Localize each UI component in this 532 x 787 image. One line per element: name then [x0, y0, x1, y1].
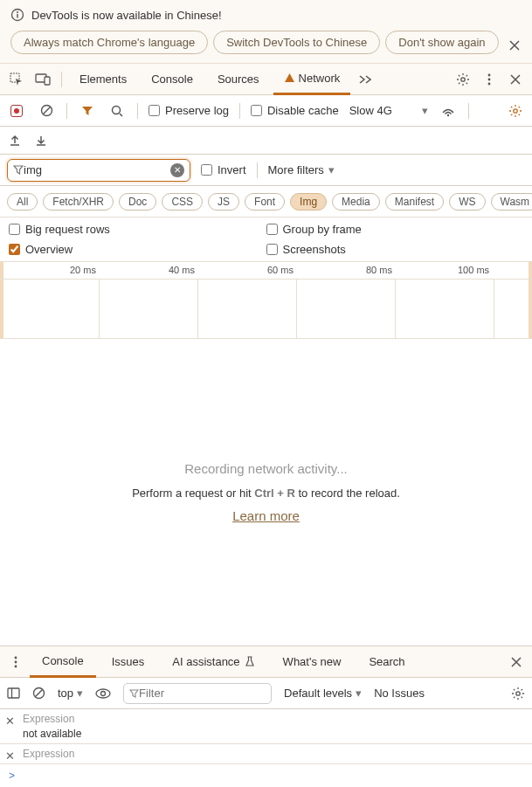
svg-point-21 — [101, 691, 106, 695]
svg-rect-17 — [8, 688, 19, 698]
export-har-icon[interactable] — [9, 135, 21, 147]
dont-show-button[interactable]: Don't show again — [385, 31, 498, 54]
timeline-overview[interactable]: 20 ms 40 ms 60 ms 80 ms 100 ms — [0, 262, 532, 339]
more-tabs-icon[interactable] — [354, 68, 377, 91]
svg-point-16 — [15, 665, 17, 667]
console-filter-container — [123, 683, 272, 704]
tab-sources[interactable]: Sources — [207, 64, 270, 95]
remove-expression-icon[interactable]: ✕ — [5, 715, 15, 728]
chevron-down-icon: ▾ — [328, 163, 335, 176]
inspect-icon[interactable] — [5, 68, 28, 91]
separator — [61, 72, 62, 87]
filter-input-container: ✕ — [7, 159, 190, 182]
kebab-menu-icon[interactable] — [478, 68, 501, 91]
screenshots-checkbox[interactable]: Screenshots — [266, 243, 524, 256]
clear-filter-icon[interactable]: ✕ — [170, 163, 184, 177]
type-filter-img[interactable]: Img — [290, 193, 327, 211]
preserve-log-checkbox[interactable]: Preserve log — [149, 104, 229, 117]
remove-expression-icon[interactable]: ✕ — [5, 749, 15, 763]
tab-network[interactable]: Network — [273, 64, 351, 95]
timeline-tick: 100 ms — [458, 265, 489, 275]
console-settings-icon[interactable] — [511, 687, 525, 701]
type-filter-fetch-xhr[interactable]: Fetch/XHR — [43, 193, 114, 211]
type-filter-wasm[interactable]: Wasm — [491, 193, 533, 211]
throttling-select[interactable]: Slow 4G▾ — [349, 104, 428, 117]
drawer-tab-ai[interactable]: AI assistance — [160, 646, 266, 678]
clear-console-icon[interactable] — [32, 687, 45, 700]
network-settings-icon[interactable] — [506, 101, 525, 121]
empty-network-message: Recording network activity... Perform a … — [0, 339, 532, 645]
separator — [66, 103, 67, 119]
type-filter-all[interactable]: All — [7, 193, 38, 211]
learn-more-link[interactable]: Learn more — [232, 508, 300, 523]
console-filter-input[interactable] — [139, 687, 286, 700]
timeline-tick: 80 ms — [366, 265, 392, 275]
tab-elements[interactable]: Elements — [69, 64, 137, 95]
svg-point-11 — [113, 106, 121, 114]
drawer-tab-console[interactable]: Console — [30, 646, 96, 678]
warning-icon — [284, 72, 295, 84]
tab-console[interactable]: Console — [141, 64, 204, 95]
expression-placeholder[interactable]: Expression — [23, 713, 525, 725]
type-filter-css[interactable]: CSS — [162, 193, 203, 211]
more-filters-dropdown[interactable]: More filters▾ — [268, 163, 335, 176]
expression-value: not available — [23, 728, 525, 740]
device-toggle-icon[interactable] — [31, 68, 54, 91]
disable-cache-checkbox[interactable]: Disable cache — [251, 104, 339, 117]
svg-rect-5 — [45, 77, 50, 85]
type-filter-manifest[interactable]: Manifest — [385, 193, 444, 211]
live-expression-row: ✕ Expression not available — [0, 709, 532, 744]
close-drawer-icon[interactable] — [506, 652, 527, 673]
info-icon — [10, 8, 24, 22]
console-sidebar-toggle-icon[interactable] — [7, 687, 20, 699]
clear-icon[interactable] — [37, 101, 56, 121]
type-filter-js[interactable]: JS — [208, 193, 239, 211]
timeline-tick: 40 ms — [169, 265, 195, 275]
separator — [468, 103, 469, 119]
info-title: DevTools is now available in Chinese! — [31, 9, 222, 22]
type-filter-doc[interactable]: Doc — [119, 193, 156, 211]
svg-point-15 — [15, 660, 17, 663]
network-conditions-icon[interactable] — [439, 101, 458, 121]
invert-checkbox[interactable]: Invert — [201, 163, 246, 176]
drawer-tab-issues[interactable]: Issues — [100, 646, 157, 678]
filter-toggle-icon[interactable] — [78, 101, 97, 121]
chevron-down-icon: ▾ — [77, 687, 83, 700]
svg-point-13 — [514, 108, 517, 112]
svg-point-8 — [488, 78, 491, 80]
match-language-button[interactable]: Always match Chrome's language — [10, 31, 208, 54]
hint-text: Perform a request or hit Ctrl + R to rec… — [132, 485, 400, 500]
chevron-down-icon: ▾ — [422, 104, 428, 117]
filter-input[interactable] — [24, 163, 170, 176]
overview-checkbox[interactable]: Overview — [9, 243, 266, 256]
search-icon[interactable] — [107, 101, 127, 121]
context-selector[interactable]: top▾ — [58, 687, 83, 700]
type-filter-font[interactable]: Font — [245, 193, 285, 211]
svg-point-20 — [96, 689, 110, 698]
log-levels-dropdown[interactable]: Default levels▾ — [284, 687, 362, 700]
group-frame-checkbox[interactable]: Group by frame — [266, 223, 524, 236]
settings-gear-icon[interactable] — [452, 68, 474, 91]
drawer-tab-whatsnew[interactable]: What's new — [271, 646, 354, 678]
close-infobar-icon[interactable] — [506, 37, 523, 54]
svg-point-7 — [488, 73, 491, 76]
type-filter-media[interactable]: Media — [332, 193, 380, 211]
svg-point-14 — [15, 656, 17, 659]
console-prompt[interactable]: > — [0, 764, 532, 787]
drawer-kebab-icon[interactable] — [5, 652, 26, 673]
recording-text: Recording network activity... — [184, 461, 347, 476]
close-devtools-icon[interactable] — [504, 68, 527, 91]
type-filter-ws[interactable]: WS — [449, 193, 485, 211]
svg-point-22 — [516, 691, 520, 694]
svg-point-1 — [17, 11, 18, 13]
live-expression-icon[interactable] — [95, 688, 111, 699]
drawer-tab-search[interactable]: Search — [356, 646, 417, 678]
switch-chinese-button[interactable]: Switch DevTools to Chinese — [213, 31, 380, 54]
separator — [137, 103, 138, 119]
record-button[interactable] — [7, 101, 26, 121]
import-har-icon[interactable] — [35, 135, 47, 147]
expression-placeholder[interactable]: Expression — [23, 748, 525, 760]
live-expression-row: ✕ Expression — [0, 744, 532, 764]
separator — [257, 162, 258, 178]
big-rows-checkbox[interactable]: Big request rows — [9, 223, 266, 236]
